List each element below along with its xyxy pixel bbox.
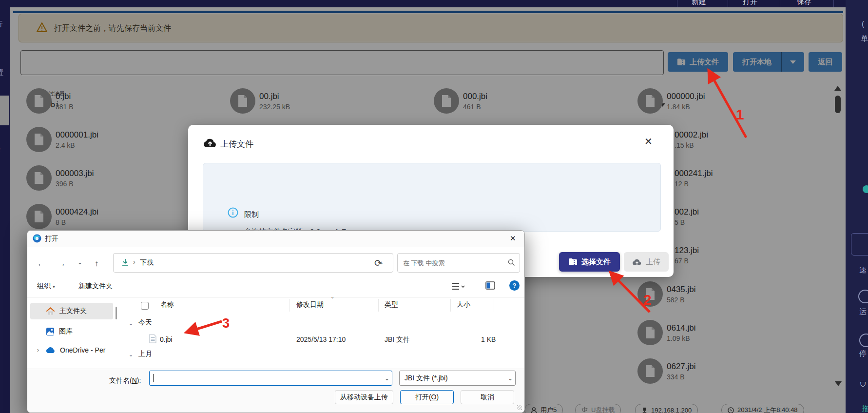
cloud-upload-icon (632, 258, 642, 266)
column-divider[interactable] (494, 299, 494, 312)
restrictions-title: 限制 (244, 210, 259, 219)
menu-new[interactable]: 新建 (692, 0, 706, 6)
right-panel-stop-label: 停 (859, 349, 867, 358)
search-placeholder: 在 下载 中搜索 (403, 259, 444, 268)
restrictions-info-box: 限制 允许的文件名字符：0-9 a-z A-Z _ 允许的文件扩展名：.jbi … (203, 163, 661, 232)
sidebar-item-onedrive[interactable]: › OneDrive - Per (30, 342, 113, 358)
resize-grip[interactable] (517, 405, 522, 410)
close-icon[interactable]: ✕ (510, 234, 516, 243)
right-tool-panel: ( 单 速 运 停 ⛉ 拖 (846, 0, 868, 413)
column-name[interactable]: 名称 (160, 300, 174, 309)
menu-save[interactable]: 保存 (797, 0, 811, 6)
info-icon (228, 207, 238, 218)
menu-divider (833, 0, 834, 7)
row-date: 2025/5/13 17:10 (296, 335, 346, 343)
right-panel-bottom-fragment: 拖 (862, 404, 868, 413)
browser-app-icon (33, 234, 41, 243)
dialog-titlebar[interactable]: 打开 ✕ (27, 231, 524, 247)
preview-pane-icon[interactable] (485, 281, 495, 291)
filetype-value: JBI 文件 (*.jbi) (405, 374, 448, 383)
search-icon (508, 259, 515, 266)
nav-history-chevron-icon[interactable]: ⌄ (77, 259, 82, 266)
right-panel-run-label: 运 (859, 307, 867, 316)
sidebar-item-gallery[interactable]: 图库 (30, 323, 113, 340)
dialog-bottom-bar: 文件名(N): ⌄ JBI 文件 (*.jbi) ⌄ 从移动设备上传 打开(O)… (27, 369, 524, 413)
group-collapse-icon[interactable]: ⌄ (129, 320, 133, 327)
refresh-icon[interactable]: ⟳ (374, 257, 382, 269)
organize-label: 组织 (37, 282, 51, 290)
column-size[interactable]: 大小 (457, 300, 470, 309)
sidebar-scrollbar[interactable] (116, 307, 117, 319)
mobile-upload-button[interactable]: 从移动设备上传 (335, 390, 393, 404)
sort-indicator-icon: ⌄ (330, 294, 334, 299)
menu-divider (677, 0, 677, 7)
filetype-select[interactable]: JBI 文件 (*.jbi) ⌄ (399, 371, 516, 386)
left-nav-fragment: ≡ (0, 145, 0, 154)
row-name: 0.jbi (160, 335, 173, 343)
choose-file-button[interactable]: 选择文件 (559, 252, 620, 272)
chevron-down-icon[interactable]: ⌄ (385, 375, 389, 382)
open-confirm-button[interactable]: 打开(O) (400, 390, 454, 404)
status-dot (863, 185, 868, 193)
chevron-down-icon: ⌄ (508, 375, 513, 382)
nav-back-icon[interactable]: ← (37, 259, 45, 269)
right-panel-speed-label: 速 (859, 266, 867, 275)
filename-input[interactable]: ⌄ (149, 371, 392, 386)
modal-title: 上传文件 (220, 138, 253, 150)
text-caret (153, 374, 154, 382)
organize-menu[interactable]: 组织 ▾ (37, 282, 55, 291)
menu-open[interactable]: 打开 (743, 0, 757, 6)
close-icon[interactable]: ✕ (644, 136, 653, 147)
run-icon[interactable] (858, 290, 868, 303)
group-today[interactable]: 今天 (138, 318, 152, 327)
address-bar[interactable]: › 下载 ⌄ (113, 253, 393, 273)
column-divider[interactable] (378, 299, 379, 312)
nav-forward-icon[interactable]: → (58, 259, 66, 269)
sidebar-item-home[interactable]: 主文件夹 (30, 303, 113, 319)
dialog-title: 打开 (45, 235, 58, 243)
help-icon[interactable]: ? (509, 280, 520, 291)
left-nav-fragment: 行 (0, 20, 3, 29)
column-divider[interactable] (450, 299, 451, 312)
right-panel-icon-fragment: ⛉ (860, 380, 866, 389)
search-input[interactable]: 在 下载 中搜索 (397, 253, 520, 273)
column-date[interactable]: 修改日期 (296, 300, 324, 309)
new-folder-button[interactable]: 新建文件夹 (78, 282, 113, 291)
breadcrumb-downloads[interactable]: 下载 (140, 258, 154, 267)
view-mode-icon[interactable] (452, 282, 465, 291)
chevron-down-icon: ▾ (53, 284, 55, 289)
nav-up-icon[interactable]: ↑ (95, 259, 99, 269)
choose-file-label: 选择文件 (581, 257, 611, 267)
sidebar-gallery-label: 图库 (59, 327, 73, 336)
select-all-checkbox[interactable] (141, 302, 149, 310)
right-panel-fragment: ( (862, 20, 864, 28)
document-icon (149, 334, 156, 343)
home-icon (46, 307, 55, 315)
row-type: JBI 文件 (385, 335, 410, 344)
upload-submit-button[interactable]: 上传 (624, 252, 669, 272)
cancel-button[interactable]: 取消 (461, 390, 514, 404)
sidebar-home-label: 主文件夹 (59, 307, 87, 315)
column-divider[interactable] (289, 299, 289, 312)
right-panel-fragment: 单 (861, 34, 868, 43)
breadcrumb-separator: › (133, 258, 135, 266)
onedrive-cloud-icon (46, 347, 56, 354)
left-nav-fragment: 置 (0, 68, 3, 78)
left-nav-selected-fragment (0, 96, 9, 125)
cloud-upload-icon (203, 138, 217, 148)
filename-label: 文件名(N): (109, 376, 141, 385)
group-collapse-icon[interactable]: ⌄ (129, 352, 133, 358)
menu-divider (728, 0, 728, 7)
command-bar: 组织 ▾ 新建文件夹 ? (27, 275, 524, 297)
expand-chevron-icon[interactable]: › (37, 347, 39, 354)
gallery-icon (46, 327, 55, 336)
sidebar-onedrive-label: OneDrive - Per (60, 346, 105, 354)
column-type[interactable]: 类型 (385, 300, 398, 309)
row-size: 1 KB (481, 335, 496, 343)
choose-folder-icon (568, 258, 578, 266)
windows-open-dialog: 打开 ✕ ← → ⌄ ↑ › 下载 ⌄ ⟳ 在 下载 中搜索 组织 ▾ 新建文件… (27, 230, 525, 413)
right-panel-selected-box (851, 233, 868, 256)
group-last-month[interactable]: 上月 (138, 350, 152, 358)
stop-icon[interactable] (859, 334, 868, 347)
menu-divider (780, 0, 780, 7)
